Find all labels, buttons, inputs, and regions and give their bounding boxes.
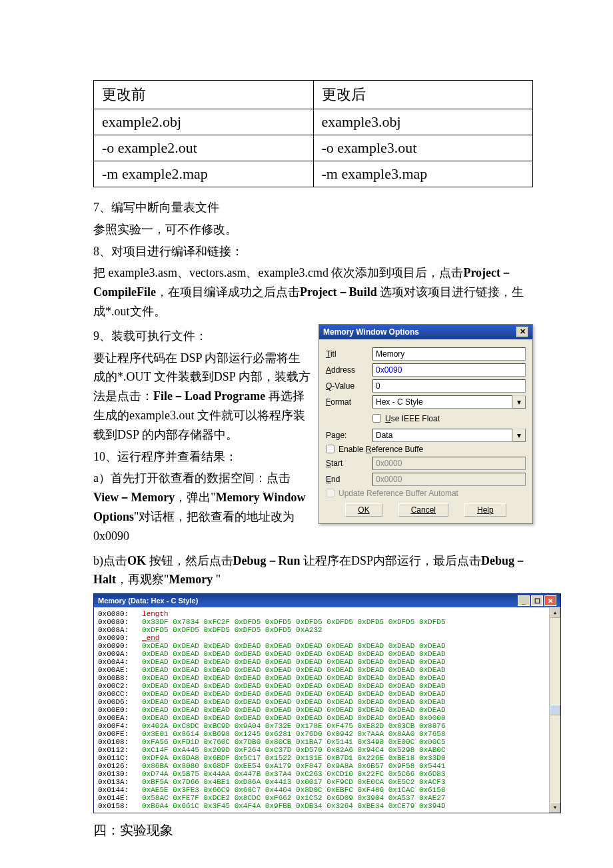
step-8-body: 把 example3.asm、vectors.asm、example3.cmd … [93,263,533,321]
ok-button[interactable]: OK [345,503,382,517]
scrollbar[interactable]: ▴ ▾ [549,607,560,813]
page-label: Page: [326,431,372,440]
title-input[interactable] [372,347,526,361]
step-9: 9、装载可执行文件： [93,327,310,346]
cancel-button[interactable]: Cancel [398,503,448,517]
step-10b: b)点击OK 按钮，然后点击Debug－Run 让程序在DSP内部运行，最后点击… [93,551,533,590]
ieee-checkbox[interactable] [372,414,381,423]
cell-r3a: -m example2.map [94,161,314,187]
step-10: 10、运行程序并查看结果： [93,447,310,467]
memory-window-title: Memory (Data: Hex - C Style) [98,597,198,605]
step-10a: a）首先打开欲查看的数据空间：点击View－Memory，弹出"Memory W… [93,469,310,545]
scroll-up-icon[interactable]: ▴ [550,607,560,618]
format-label: Format [326,397,372,407]
page-combo[interactable]: ▾ [372,429,526,442]
close-icon[interactable]: ✕ [544,595,556,606]
qvalue-input[interactable] [372,379,526,393]
close-icon[interactable]: ✕ [516,327,528,337]
th-after: 更改后 [313,81,533,109]
scroll-down-icon[interactable]: ▾ [550,802,560,813]
enable-ref-check[interactable]: Enable Reference Buffe [326,445,526,454]
step-7: 7、编写中断向量表文件 [93,198,533,217]
section-4-heading: 四：实验现象 [93,821,533,839]
start-label: Start [326,459,372,468]
format-value[interactable] [372,395,512,409]
enable-ref-checkbox[interactable] [326,445,334,453]
qvalue-label: Q-Value [326,381,372,391]
ieee-check[interactable]: Use IEEE Float [372,414,440,423]
dialog-titlebar[interactable]: Memory Window Options ✕ [319,325,532,339]
step-9-body: 要让程序代码在 DSP 内部运行必需将生成的*.OUT 文件装载到DSP 内部，… [93,349,310,445]
help-button[interactable]: Help [464,503,506,517]
address-label: Address [326,365,372,375]
th-before: 更改前 [94,81,314,109]
step-8: 8、对项目进行编译和链接： [93,242,533,261]
step-7-body: 参照实验一，可不作修改。 [93,220,533,239]
start-input [372,457,526,470]
cell-r1a: example2.obj [94,109,314,135]
maximize-icon[interactable]: ☐ [531,595,543,606]
memory-window: Memory (Data: Hex - C Style) _ ☐ ✕ 0x008… [93,593,561,813]
format-combo[interactable]: ▾ [372,395,526,409]
dialog-title: Memory Window Options [323,327,419,337]
cell-r3b: -m example3.map [313,161,533,187]
address-input[interactable] [372,363,526,377]
memory-window-titlebar[interactable]: Memory (Data: Hex - C Style) _ ☐ ✕ [94,594,560,607]
end-input [372,473,526,486]
title-label: Titl [326,349,372,359]
chevron-down-icon[interactable]: ▾ [512,395,526,409]
minimize-icon[interactable]: _ [518,595,530,606]
page-value[interactable] [372,429,512,442]
update-ref-check: Update Reference Buffer Automat [326,489,526,498]
file-change-table: 更改前 更改后 example2.obj example3.obj -o exa… [93,80,533,187]
memory-options-dialog: Memory Window Options ✕ Titl Address Q-V… [318,324,533,524]
scroll-thumb[interactable] [550,705,560,715]
memory-dump[interactable]: 0x0080: length 0x0080: 0x33DF 0x7834 0xF… [94,607,549,813]
end-label: End [326,475,372,484]
update-ref-checkbox [326,489,334,497]
cell-r1b: example3.obj [313,109,533,135]
cell-r2b: -o example3.out [313,135,533,161]
cell-r2a: -o example2.out [94,135,314,161]
chevron-down-icon[interactable]: ▾ [512,429,526,442]
